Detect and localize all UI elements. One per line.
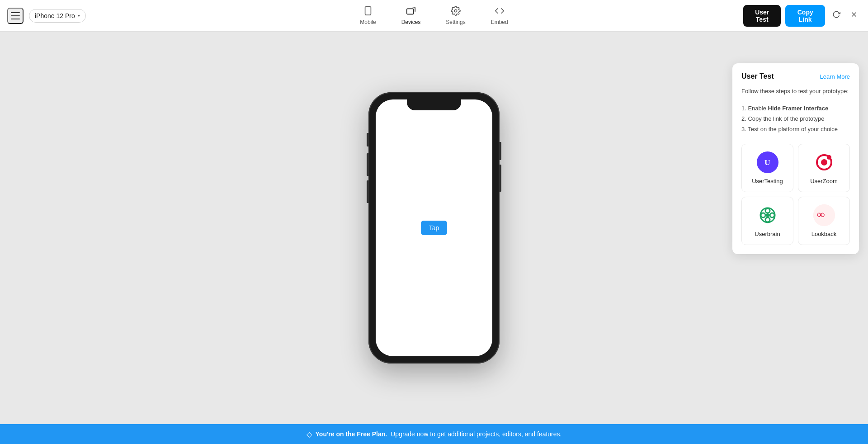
banner-text-suffix: Upgrade now to get additional projects, … [391,430,561,438]
step-1-bold: Hide Framer Interface [768,105,829,112]
nav-mobile-label: Mobile [360,19,376,25]
topbar-right: User Test Copy Link [743,5,861,27]
phone-side-btn-power [500,142,501,160]
service-card-usertesting[interactable]: U UserTesting [741,144,793,192]
svg-text:∞: ∞ [817,208,825,220]
phone-notch [407,99,461,110]
panel-title: User Test [741,72,774,80]
service-card-userzoom[interactable]: UserZoom [798,144,850,192]
service-grid: U UserTesting UserZoom [741,144,850,245]
settings-icon [451,6,461,17]
chevron-down-icon: ▾ [78,13,80,18]
lookback-label: Lookback [811,231,837,237]
userzoom-icon [813,151,835,173]
phone-left-btn-mute [367,133,368,146]
phone-left-btn-vol-down [367,180,368,203]
nav-devices-label: Devices [401,19,421,25]
bottom-banner: ◇ You're on the Free Plan. Upgrade now t… [0,424,868,444]
user-test-button[interactable]: User Test [743,5,781,27]
service-card-lookback[interactable]: ∞ Lookback [798,197,850,245]
lookback-icon: ∞ [813,204,835,226]
user-test-panel: User Test Learn More Follow these steps … [732,63,859,254]
nav-settings-label: Settings [446,19,465,25]
diamond-icon: ◇ [307,430,312,439]
refresh-icon [832,10,840,21]
copy-link-button[interactable]: Copy Link [785,5,825,27]
tap-button[interactable]: Tap [421,221,448,235]
topbar: iPhone 12 Pro ▾ Mobile Devices Settings [0,0,868,32]
panel-description: Follow these steps to test your prototyp… [741,87,850,96]
menu-button[interactable] [7,8,24,24]
usertesting-icon: U [757,151,778,173]
svg-point-10 [827,155,831,160]
nav-item-mobile[interactable]: Mobile [356,4,379,27]
device-selector[interactable]: iPhone 12 Pro ▾ [29,9,86,23]
svg-point-3 [454,9,457,12]
main-canvas: Tap User Test Learn More Follow these st… [0,32,868,424]
svg-rect-2 [407,9,414,14]
panel-steps: 1. Enable Hide Framer Interface 2. Copy … [741,103,850,135]
topbar-left: iPhone 12 Pro ▾ [7,8,125,24]
step-2: 2. Copy the link of the prototype [741,113,850,124]
step-3: 3. Test on the platform of your choice [741,124,850,134]
nav-item-devices[interactable]: Devices [398,4,425,27]
panel-header: User Test Learn More [741,72,850,80]
topbar-nav: Mobile Devices Settings Embed [125,4,743,27]
svg-point-17 [766,213,769,217]
userbrain-icon [757,204,778,226]
close-icon [850,10,858,21]
phone-container: Tap [368,32,500,424]
mobile-icon [363,6,373,17]
nav-item-settings[interactable]: Settings [442,4,469,27]
refresh-button[interactable] [830,8,843,24]
phone-side-btn-volume [500,165,501,192]
userzoom-label: UserZoom [810,178,838,184]
step-1: 1. Enable Hide Framer Interface [741,103,850,113]
userbrain-label: Userbrain [755,231,780,237]
close-button[interactable] [847,8,861,24]
phone-left-btn-vol-up [367,153,368,176]
embed-icon [495,6,505,17]
nav-embed-label: Embed [491,19,508,25]
phone-screen: Tap [376,99,492,356]
svg-rect-0 [365,7,371,15]
phone-mockup: Tap [368,92,500,364]
device-selector-label: iPhone 12 Pro [35,12,75,19]
nav-item-embed[interactable]: Embed [487,4,512,27]
hamburger-icon [11,12,20,19]
svg-point-9 [821,159,827,165]
learn-more-link[interactable]: Learn More [820,73,850,80]
usertesting-label: UserTesting [752,178,783,184]
devices-icon [406,6,416,17]
svg-text:U: U [764,158,770,167]
banner-text-bold: You're on the Free Plan. [316,430,387,438]
service-card-userbrain[interactable]: Userbrain [741,197,793,245]
